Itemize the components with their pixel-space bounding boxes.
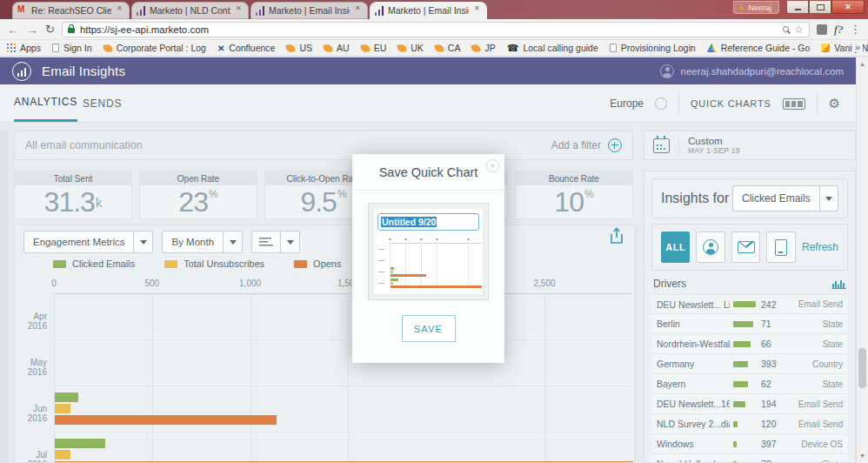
driver-row[interactable]: Germany393Country (651, 354, 848, 374)
add-filter-plus-icon[interactable] (608, 138, 622, 152)
search-icon[interactable] (783, 26, 789, 32)
category-label: Jul 2016 (15, 450, 47, 463)
bookmark-item[interactable]: Confluence (217, 43, 276, 53)
driver-row[interactable]: Noord-Holland72State (651, 454, 848, 463)
url-text[interactable]: https://sj-ee-api.marketo.com (80, 24, 778, 35)
bookmark-item[interactable]: AU (324, 43, 350, 53)
share-chart-button[interactable] (609, 227, 624, 248)
browser-tab[interactable]: Marketo | Email Insights (250, 2, 368, 19)
driver-row[interactable]: DEU Newslett...1606.Email194Email Send (651, 394, 848, 414)
filter-email-button[interactable] (731, 232, 760, 263)
quick-charts-icon[interactable] (783, 98, 805, 110)
modal-close-icon[interactable] (486, 159, 499, 172)
metrics-row: Total Sent31.3kOpen Rate23%Click-to-Open… (14, 171, 633, 219)
bookmark-item[interactable]: CA (435, 43, 461, 53)
refresh-button[interactable]: ↻ (45, 23, 55, 36)
profile-badge[interactable]: Neeraj (733, 1, 779, 14)
f-extension-icon[interactable]: f? (834, 23, 843, 37)
browser-tab[interactable]: Re: ReachSEO Client Con (12, 2, 130, 19)
axis-tick-icon (420, 238, 423, 240)
metric-label: Bounce Rate (516, 171, 632, 185)
driver-value: 62 (761, 379, 785, 389)
maximize-button[interactable] (809, 1, 831, 14)
driver-row[interactable]: Windows397Device OS (651, 434, 848, 454)
date-range-text: Custom MAY 1-SEP 19 (678, 135, 740, 156)
user-avatar-icon (660, 64, 674, 78)
minimize-button[interactable] (786, 1, 809, 14)
insights-metric-dropdown[interactable]: Clicked Emails (732, 185, 838, 211)
driver-bar-track (733, 361, 758, 367)
add-filter[interactable]: Add a filter (551, 138, 622, 152)
bookmark-item[interactable]: Reference Guide - Go (707, 43, 811, 53)
page-scrollbar[interactable]: ▲ ▼ (856, 57, 868, 463)
forward-button[interactable]: → (26, 23, 38, 36)
gridline (421, 243, 422, 290)
bookmark-item[interactable]: UK (397, 43, 424, 53)
chart-bar (55, 393, 78, 402)
chart-name-input[interactable]: Untitled 9/20 (377, 213, 479, 231)
tab-close-icon[interactable] (354, 6, 363, 15)
add-filter-label[interactable]: Add a filter (551, 139, 601, 151)
bookmark-item[interactable]: Sign In (52, 43, 92, 53)
app-title: Email Insights (42, 64, 125, 78)
tab-analytics[interactable]: ANALYTICS (14, 84, 77, 122)
filter-device-button[interactable] (766, 232, 795, 263)
user-email: neeraj.shahdadpuri@reachlocal.com (681, 66, 844, 77)
filter-all-button[interactable]: ALL (661, 232, 690, 263)
bookmark-item[interactable]: Provisioning Login (610, 43, 696, 53)
driver-row[interactable]: Berlin71State (651, 314, 848, 334)
metric-suffix: % (209, 188, 218, 200)
quick-charts-label[interactable]: QUICK CHARTS (691, 98, 771, 109)
bookmark-item[interactable]: JP (471, 43, 495, 53)
browser-tab[interactable]: Marketo | NLD Contact U (131, 2, 249, 19)
driver-name: Germany (657, 359, 730, 369)
swoosh-icon (434, 44, 444, 53)
tab-close-icon[interactable] (473, 6, 482, 15)
bookmark-star-icon[interactable]: ☆ (794, 24, 804, 35)
modal-title: Save Quick Chart (379, 165, 478, 179)
driver-row[interactable]: Bayern62State (651, 374, 848, 394)
scroll-down-icon[interactable]: ▼ (857, 450, 868, 461)
bookmarks-overflow-icon[interactable]: » (852, 42, 863, 52)
scroll-up-icon[interactable]: ▲ (857, 58, 868, 70)
bookmark-item[interactable]: Local calling guide (507, 43, 598, 54)
driver-row[interactable]: Nordrhein-Westfalen66State (651, 334, 848, 354)
region-label[interactable]: Europe (610, 97, 644, 110)
swoosh-icon (471, 44, 481, 53)
close-button[interactable] (831, 1, 865, 14)
chart-bar (391, 267, 394, 270)
gridline (544, 293, 545, 462)
tab-close-icon[interactable] (235, 6, 244, 15)
page-content: Email Insights neeraj.shahdadpuri@reachl… (0, 57, 868, 463)
drivers-label: Drivers (653, 278, 686, 290)
metric-value: 31.3k (15, 185, 131, 218)
address-bar[interactable]: https://sj-ee-api.marketo.com ☆ (62, 22, 810, 37)
tab-close-icon[interactable] (116, 6, 124, 15)
bookmark-item[interactable]: Apps (7, 43, 41, 53)
marketo-icon (137, 6, 145, 16)
bookmark-label: UK (411, 43, 424, 53)
bookmark-item[interactable]: EU (361, 43, 387, 53)
tab-sends[interactable]: SENDS (83, 84, 122, 122)
driver-row[interactable]: NLD Survey 2...dia.Email 2120Email Send (651, 414, 848, 434)
back-button[interactable]: ← (7, 23, 19, 36)
driver-value: 393 (761, 359, 785, 369)
person-icon (703, 239, 718, 255)
save-button[interactable]: SAVE (402, 315, 456, 342)
browser-tab[interactable]: Marketo | Email Insights (370, 2, 487, 19)
bookmark-item[interactable]: US (286, 43, 312, 53)
extension-icon[interactable] (817, 24, 827, 35)
filter-people-button[interactable] (696, 232, 724, 263)
app-header: Email Insights neeraj.shahdadpuri@reachl… (0, 57, 868, 84)
date-range-picker[interactable]: Custom MAY 1-SEP 19 (644, 131, 856, 160)
scrollbar-thumb[interactable] (858, 348, 866, 388)
refresh-link[interactable]: Refresh (802, 241, 838, 253)
bookmark-item[interactable]: Corporate Portal : Log (103, 43, 206, 53)
driver-bar (733, 381, 748, 387)
driver-row[interactable]: DEU Newslett... Line Test242Email Send (651, 294, 848, 314)
browser-menu-icon[interactable]: ⋮ (850, 23, 861, 36)
globe-icon[interactable] (655, 97, 667, 110)
bar-chart-icon[interactable] (832, 279, 846, 289)
settings-gear-icon[interactable] (829, 96, 840, 111)
driver-value: 194 (761, 399, 785, 409)
